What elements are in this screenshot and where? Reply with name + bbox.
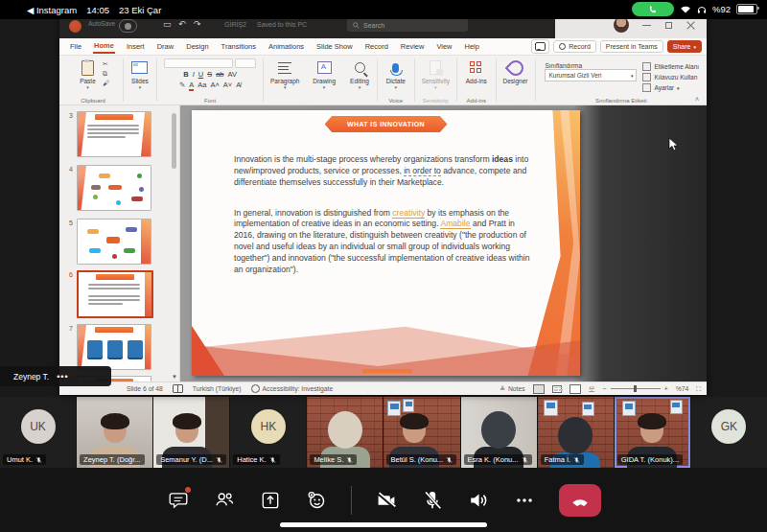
designer-button[interactable]: Designer [500, 58, 531, 85]
search-box[interactable]: Search [347, 18, 468, 32]
grow-font-button[interactable]: A˄ [210, 81, 219, 89]
paste-button[interactable]: Paste▾ [77, 58, 99, 90]
tab-home[interactable]: Home [93, 39, 115, 54]
labeling-area-button[interactable]: Etiketleme Alanı [642, 62, 699, 71]
zoom-handle[interactable] [634, 385, 637, 392]
current-slide-canvas[interactable]: WHAT IS INNOVATION Innovation is the mul… [192, 110, 580, 376]
zoom-track[interactable] [611, 388, 661, 389]
tab-animations[interactable]: Animations [267, 40, 305, 53]
thumbnail-scrollbar[interactable] [172, 113, 176, 169]
participants-button[interactable] [213, 489, 236, 512]
text-highlight-button[interactable]: ✎ [179, 81, 185, 89]
zoom-percent[interactable]: %74 [676, 385, 689, 392]
font-name-select[interactable] [164, 58, 233, 68]
tab-review[interactable]: Review [400, 40, 426, 53]
participant-tile-betul[interactable]: Betül S. (Konu... [384, 397, 459, 468]
amabile-link[interactable]: Amabile [440, 219, 470, 229]
redo-icon[interactable]: ↷ [194, 19, 201, 29]
underline-button[interactable]: U [198, 70, 203, 79]
editing-button[interactable]: Editing▾ [347, 58, 372, 90]
shrink-font-button[interactable]: A˅ [223, 81, 232, 89]
creativity-link[interactable]: creativity [392, 208, 425, 219]
slide-thumbnail-7[interactable] [77, 324, 151, 370]
record-button[interactable]: Record [553, 40, 596, 53]
presenter-more-button[interactable]: ••• [57, 372, 68, 382]
zoom-out-icon[interactable]: − [603, 385, 607, 392]
slide-thumbnail-5[interactable] [77, 219, 151, 265]
camera-off-button[interactable] [375, 489, 398, 512]
undo-icon[interactable]: ↶ [178, 19, 186, 29]
sensitivity-button[interactable]: Sensitivity▾ [419, 58, 453, 90]
italic-button[interactable]: I [193, 70, 195, 79]
account-avatar[interactable] [614, 17, 629, 33]
notes-toggle[interactable]: ≜Notes [500, 385, 524, 393]
accessibility-status[interactable]: Accessibility: Investigate [251, 384, 334, 393]
collapse-ribbon-chevron[interactable]: ˄ [695, 96, 699, 103]
cut-button[interactable]: ✂ [103, 60, 109, 68]
share-screen-button[interactable] [259, 489, 282, 512]
tab-file[interactable]: File [69, 40, 82, 53]
char-spacing-button[interactable]: AV [228, 70, 237, 79]
strikethrough-button[interactable]: S [207, 70, 212, 79]
participant-tile-gk[interactable]: GK [691, 397, 767, 468]
addins-button[interactable]: Add-ins [463, 58, 490, 85]
back-to-app-link[interactable]: ◀ Instagram [27, 5, 77, 15]
tab-slide-show[interactable]: Slide Show [315, 40, 354, 53]
hang-up-button[interactable] [559, 484, 601, 517]
tab-design[interactable]: Design [185, 40, 209, 53]
maximize-button[interactable] [664, 21, 673, 30]
participant-tile-gida-active-speaker[interactable]: GIDA T. (Konuk)... [615, 397, 690, 468]
share-button[interactable]: Share▾ [667, 40, 702, 53]
new-slide-button[interactable]: Slides▾ [128, 58, 151, 90]
mic-off-button[interactable] [421, 489, 444, 512]
slide-thumbnail-6-selected[interactable] [77, 270, 153, 318]
participant-tile-umut[interactable]: UK Umut K. [0, 397, 76, 468]
participant-tile-fatma[interactable]: Fatma İ. [538, 397, 614, 468]
language-indicator[interactable]: Turkish (Türkiye) [193, 385, 242, 392]
use-guide-button[interactable]: Kılavuzu Kullan [642, 73, 699, 81]
font-color-button[interactable]: A [189, 81, 194, 91]
speaker-button[interactable] [467, 489, 490, 512]
zoom-in-icon[interactable]: + [664, 385, 668, 392]
tab-record[interactable]: Record [364, 40, 389, 53]
present-in-teams-button[interactable]: Present in Teams [600, 40, 663, 53]
classification-dropdown[interactable]: Kurumsal Gizli Veri ▾ [545, 69, 637, 81]
autosave-toggle[interactable] [119, 19, 137, 33]
home-indicator[interactable] [280, 522, 487, 527]
participant-tile-melike[interactable]: Melike S. [307, 397, 383, 468]
paragraph-button[interactable]: Paragraph▾ [267, 58, 302, 90]
save-icon[interactable]: ▭ [163, 19, 172, 29]
chat-button[interactable] [167, 489, 190, 512]
reading-view-button[interactable] [569, 384, 581, 394]
saved-status[interactable]: Saved to this PC [257, 21, 307, 28]
presenter-name-overlay[interactable]: Zeynep T. ••• [0, 366, 111, 386]
copy-button[interactable]: ⧉ [103, 70, 109, 78]
slide-thumbnail-3[interactable] [77, 111, 151, 157]
slide-thumbnail-4[interactable] [77, 165, 151, 211]
drawing-button[interactable]: Drawing▾ [310, 58, 338, 90]
tab-transitions[interactable]: Transitions [221, 40, 257, 53]
format-painter-button[interactable]: 🖌 [103, 80, 109, 86]
close-button[interactable] [686, 21, 695, 30]
slide-sorter-view-button[interactable] [552, 385, 562, 393]
bold-button[interactable]: B [183, 70, 188, 79]
change-case-button[interactable]: Aa [198, 81, 206, 89]
zoom-slider[interactable]: − + [603, 385, 668, 392]
normal-view-button[interactable] [533, 384, 545, 394]
reactions-button[interactable] [305, 489, 328, 512]
spellcheck-icon[interactable] [173, 384, 183, 393]
more-options-button[interactable] [513, 489, 536, 512]
tab-view[interactable]: View [435, 40, 453, 53]
font-size-select[interactable] [235, 58, 256, 68]
scroll-down-arrow[interactable]: ▼ [172, 374, 177, 380]
tab-help[interactable]: Help [464, 40, 480, 53]
participant-tile-semanur[interactable]: Semanur Y. (D... [153, 397, 229, 468]
dictate-button[interactable]: Dictate▾ [384, 58, 408, 90]
participant-tile-esra[interactable]: Esra K. (Konu... [461, 397, 537, 468]
tab-insert[interactable]: Insert [126, 40, 146, 53]
text-shadow-button[interactable]: ab [216, 70, 223, 79]
tab-draw[interactable]: Draw [156, 40, 175, 53]
participant-tile-zeynep[interactable]: Zeynep T. (Doğr... [77, 397, 152, 468]
participant-tile-hatice[interactable]: HK Hatice K. [230, 397, 306, 468]
fit-to-window-icon[interactable]: ⛶ [696, 385, 701, 393]
